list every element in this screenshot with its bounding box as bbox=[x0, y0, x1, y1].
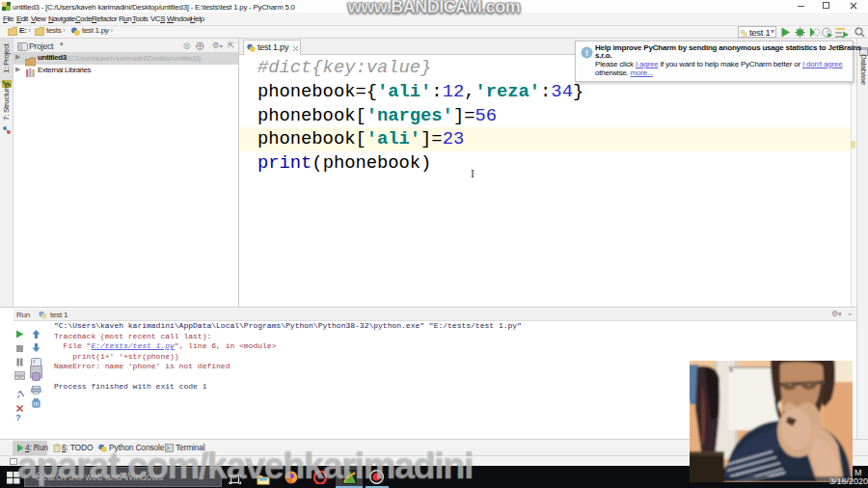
svg-text:!: ! bbox=[585, 48, 588, 58]
